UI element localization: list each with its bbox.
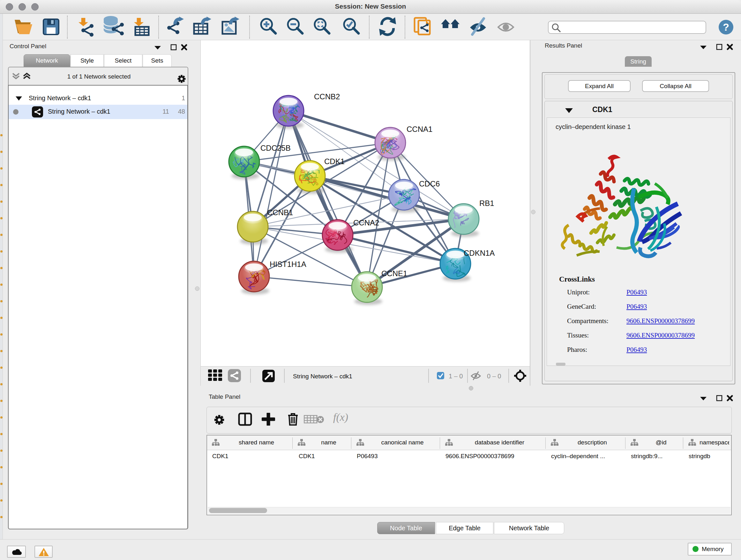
svg-text:CDKN1A: CDKN1A — [464, 249, 495, 257]
svg-text:CDK1: CDK1 — [324, 157, 345, 166]
svg-text:CDC6: CDC6 — [419, 179, 440, 188]
svg-text:HIST1H1A: HIST1H1A — [270, 260, 307, 268]
svg-text:CCNB2: CCNB2 — [314, 92, 340, 101]
svg-text:String Network – cdk1: String Network – cdk1 — [293, 373, 352, 380]
svg-text:0 – 0: 0 – 0 — [487, 373, 501, 380]
svg-text:RB1: RB1 — [479, 199, 494, 207]
svg-text:CCNA2: CCNA2 — [353, 219, 379, 227]
svg-text:CCNA1: CCNA1 — [407, 125, 432, 133]
svg-text:CCNE1: CCNE1 — [381, 269, 407, 278]
svg-text:CCNB1: CCNB1 — [267, 208, 293, 217]
svg-text:1 – 0: 1 – 0 — [449, 373, 463, 380]
svg-text:CDC25B: CDC25B — [260, 144, 291, 152]
